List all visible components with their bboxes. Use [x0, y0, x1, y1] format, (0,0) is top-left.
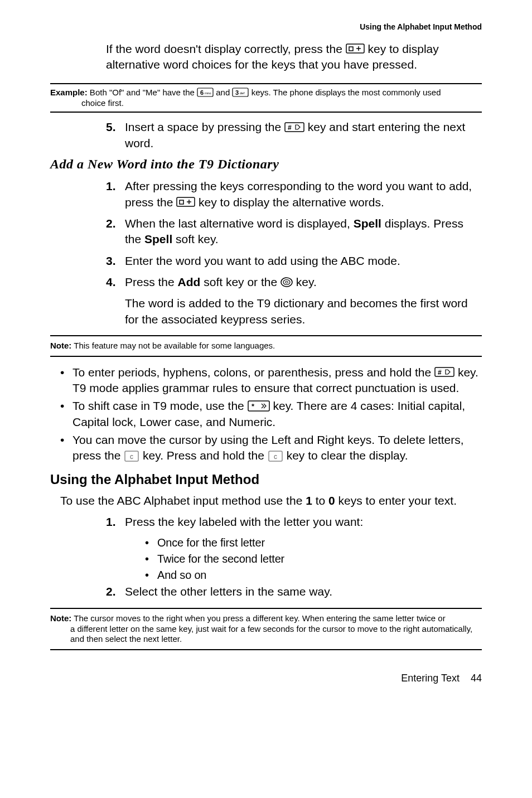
after-step4-text: The word is added to the T9 dictionary a… [125, 296, 482, 327]
example-block: Example: Both "Of" and "Me" have the 6mn… [50, 83, 482, 113]
note-label: Note: [50, 613, 71, 623]
running-header: Using the Alphabet Input Method [50, 22, 482, 31]
tip-item: •To enter periods, hyphens, colons, or p… [60, 365, 482, 396]
page-footer: Entering Text 44 [50, 673, 482, 684]
clear-key-icon: c [268, 450, 283, 462]
zero-key-icon [346, 43, 365, 55]
tip-item: •You can move the cursor by using the Le… [60, 432, 482, 464]
svg-text:6: 6 [200, 89, 204, 96]
sub-bullet-item: •Once for the first letter [145, 535, 482, 550]
svg-text:c: c [274, 453, 277, 461]
three-key-icon: 3def [232, 88, 249, 98]
intro-paragraph: If the word doesn't display correctly, p… [106, 41, 482, 73]
ok-key-icon [280, 277, 293, 288]
svg-point-18 [285, 282, 288, 284]
section2-steps: 1.Press the key labeled with the letter … [106, 514, 482, 530]
note-block-1: Note: This feature may not be available … [50, 335, 482, 357]
sub-bullet-item: •Twice for the second letter [145, 552, 482, 567]
tip-item: •To shift case in T9 mode, use the * key… [60, 398, 482, 430]
note-label: Note: [50, 341, 71, 350]
zero-key-icon [176, 197, 195, 208]
svg-text:mno: mno [205, 91, 211, 95]
svg-text:#: # [438, 369, 442, 376]
six-key-icon: 6mno [197, 88, 214, 98]
sub-bullet-item: •And so on [145, 568, 482, 583]
section-add-word-title: Add a New Word into the T9 Dictionary [50, 157, 482, 172]
pound-key-icon: # [284, 122, 304, 133]
step-5-list: 5.Insert a space by pressing the # key a… [106, 119, 482, 151]
section2-steps-cont: 2.Select the other letters in the same w… [106, 584, 482, 599]
svg-text:def: def [240, 91, 245, 95]
clear-key-icon: c [124, 450, 139, 462]
svg-text:c: c [130, 453, 133, 461]
svg-text:3: 3 [235, 89, 239, 96]
example-label: Example: [50, 88, 88, 97]
tips-bullets: •To enter periods, hyphens, colons, or p… [60, 365, 482, 464]
add-word-steps: 1.After pressing the keys corresponding … [106, 178, 482, 290]
svg-text:#: # [288, 124, 292, 132]
note-block-2: Note: The cursor moves to the right when… [50, 608, 482, 650]
section2-sub-bullets: •Once for the first letter•Twice for the… [145, 535, 482, 583]
pound-key-icon: # [434, 367, 454, 378]
section-alphabet-title: Using the Alphabet Input Method [50, 472, 482, 487]
svg-point-16 [281, 278, 292, 287]
star-key-icon: * [248, 400, 270, 413]
section2-intro: To use the ABC Alphabet input method use… [60, 493, 482, 509]
svg-point-17 [283, 280, 290, 285]
